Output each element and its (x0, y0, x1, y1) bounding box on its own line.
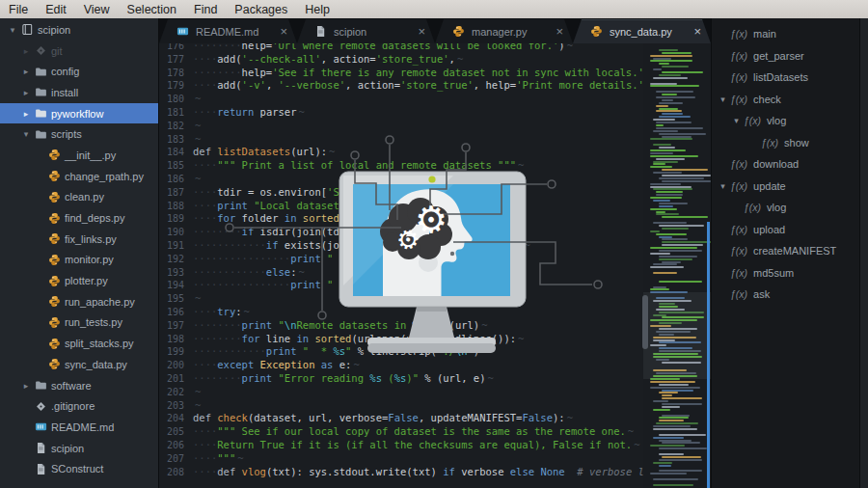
code-line[interactable]: 176········help='Url where remote datase… (159, 43, 643, 53)
outline-item-main[interactable]: ƒ(x)main (712, 23, 868, 45)
tab-readme-md[interactable]: README.md× (159, 19, 297, 43)
tree-item-sync-data-py[interactable]: sync_data.py (0, 354, 158, 375)
tree-item-scipion[interactable]: ▾scipion (0, 19, 158, 41)
chevron-right-icon[interactable]: ▸ (19, 88, 33, 97)
outline-item-md5sum[interactable]: ƒ(x)md5sum (712, 262, 868, 285)
tree-item-config[interactable]: ▸config (0, 61, 158, 82)
tree-item-sconstruct[interactable]: SConstruct (0, 458, 158, 479)
tree-item-scripts[interactable]: ▾scripts (0, 123, 158, 145)
menu-item-edit[interactable]: Edit (37, 3, 75, 16)
tree-item-install[interactable]: ▸install (0, 82, 158, 103)
tree-item-plotter-py[interactable]: plotter.py (0, 270, 158, 291)
outline-item-download[interactable]: ƒ(x)download (712, 153, 868, 176)
code-line[interactable]: 191············if exists(join(tdir, fold… (159, 239, 643, 253)
close-icon[interactable]: × (693, 25, 701, 38)
chevron-down-icon[interactable]: ▾ (729, 116, 744, 125)
code-line[interactable]: 194················print " * %s (not in … (159, 279, 643, 292)
tree-item-find-deps-py[interactable]: find_deps.py (0, 207, 158, 229)
tree-item-git[interactable]: ▸git (0, 41, 158, 62)
tree-item-monitor-py[interactable]: monitor.py (0, 250, 158, 271)
tree-item-run-tests-py[interactable]: run_tests.py (0, 312, 158, 334)
chevron-down-icon[interactable]: ▾ (19, 129, 33, 139)
outline-item-update[interactable]: ▾ƒ(x)update (712, 176, 868, 198)
menu-item-selection[interactable]: Selection (119, 3, 185, 16)
minimap-viewport[interactable] (643, 292, 711, 379)
code-line[interactable]: 184def listDatasets(url):~ (159, 146, 643, 159)
code-line[interactable]: 199············print " * %s" % line.stri… (159, 345, 643, 359)
outline-item-show[interactable]: ƒ(x)show (712, 132, 868, 154)
tab-scipion[interactable]: scipion× (297, 19, 435, 43)
symbols-outline-panel[interactable]: ƒ(x)mainƒ(x)get_parserƒ(x)listDatasets▾ƒ… (711, 18, 868, 488)
tree-item-change-rpath-py[interactable]: change_rpath.py (0, 166, 158, 187)
chevron-down-icon[interactable]: ▾ (6, 25, 19, 35)
menu-item-help[interactable]: Help (296, 3, 339, 16)
code-line[interactable]: 178········help='See if there is any rem… (159, 67, 643, 80)
close-icon[interactable]: × (418, 25, 425, 38)
tab-sync-data-py[interactable]: sync_data.py× (573, 19, 711, 43)
tree-item-fix-links-py[interactable]: fix_links.py (0, 229, 158, 250)
chevron-down-icon[interactable]: ▾ (716, 181, 730, 191)
tree-item--init-py[interactable]: __init__.py (0, 145, 158, 166)
tab-manager-py[interactable]: manager.py× (435, 19, 573, 43)
code-line[interactable]: 207····"""~ (159, 452, 643, 466)
close-icon[interactable]: × (280, 25, 287, 38)
tree-item-scipion[interactable]: scipion (0, 438, 158, 459)
tree-item-split-stacks-py[interactable]: split_stacks.py (0, 333, 158, 354)
code-line[interactable]: 185····""" Print a list of local and rem… (159, 159, 643, 173)
code-line[interactable]: 195~ (159, 292, 643, 306)
code-line[interactable]: 204def check(dataset, url, verbose=False… (159, 412, 643, 425)
outline-item-vlog[interactable]: ▾ƒ(x)vlog (712, 110, 868, 132)
tree-item-run-apache-py[interactable]: run_apache.py (0, 291, 158, 312)
code-line[interactable]: 183~ (159, 133, 643, 147)
code-line[interactable]: 208····def vlog(txt): sys.stdout.write(t… (159, 466, 643, 479)
code-line[interactable]: 202~ (159, 386, 643, 399)
code-line[interactable]: 205····""" See if our local copy of data… (159, 425, 643, 439)
outline-item-get_parser[interactable]: ƒ(x)get_parser (712, 45, 868, 68)
tree-item-pyworkflow[interactable]: ▸pyworkflow (0, 103, 158, 124)
code-line[interactable]: 196····try:~ (159, 306, 643, 319)
code-line[interactable]: 206····Return True if it is (if all the … (159, 439, 643, 452)
outline-item-check[interactable]: ▾ƒ(x)check (712, 89, 868, 111)
code-line[interactable]: 190········if isdir(join(tdir, folder)):… (159, 226, 643, 239)
code-line[interactable]: 177····add('--check-all', action='store_… (159, 53, 643, 67)
chevron-down-icon[interactable]: ▾ (716, 95, 730, 104)
code-line[interactable]: 182~ (159, 120, 643, 133)
code-line[interactable]: 188····print "Local datasets in %s" % td… (159, 200, 643, 213)
tree-item-clean-py[interactable]: clean.py (0, 187, 158, 208)
chevron-right-icon[interactable]: ▸ (19, 67, 33, 76)
code-line[interactable]: 203~ (159, 399, 643, 413)
outline-item-createmanifest[interactable]: ƒ(x)createMANIFEST (712, 240, 868, 262)
tree-item-readme-md[interactable]: README.md (0, 417, 158, 438)
code-line[interactable]: 179····add('-v', '--verbose', action='st… (159, 79, 643, 93)
menu-item-file[interactable]: File (0, 3, 37, 16)
chevron-right-icon[interactable]: ▸ (19, 46, 33, 56)
code-line[interactable]: 198········for line in sorted(urlopen(ur… (159, 333, 643, 346)
code-line[interactable]: 180~ (159, 93, 643, 106)
outline-scrollbar[interactable] (859, 18, 868, 488)
outline-item-ask[interactable]: ƒ(x)ask (712, 284, 868, 306)
code-line[interactable]: 201········print "Error reading %s (%s)"… (159, 372, 643, 386)
code-line[interactable]: 181····return parser~ (159, 106, 643, 120)
code-line[interactable]: 186~ (159, 173, 643, 186)
outline-item-listdatasets[interactable]: ƒ(x)listDatasets (712, 67, 868, 89)
menu-item-find[interactable]: Find (185, 3, 226, 16)
editor-scrollbar[interactable] (642, 295, 648, 349)
menu-item-packages[interactable]: Packages (226, 3, 296, 16)
code-line[interactable]: 200····except Exception as e:~ (159, 359, 643, 372)
code-line[interactable]: 192················print " * %s" % folde… (159, 253, 643, 266)
outline-item-vlog[interactable]: ƒ(x)vlog (712, 197, 868, 219)
code-editor[interactable]: 176········help='Url where remote datase… (159, 43, 643, 488)
menu-item-view[interactable]: View (75, 3, 119, 16)
code-line[interactable]: 189····for folder in sorted(os.listdir(t… (159, 212, 643, 226)
code-line[interactable]: 193············else:~ (159, 266, 643, 280)
outline-item-upload[interactable]: ƒ(x)upload (712, 219, 868, 241)
tree-item--gitignore[interactable]: .gitignore (0, 395, 158, 417)
tree-item-software[interactable]: ▸software (0, 375, 158, 396)
chevron-right-icon[interactable]: ▸ (19, 109, 33, 119)
file-tree-panel[interactable]: ▾scipion▸git▸config▸install▸pyworkflow▾s… (0, 18, 159, 488)
code-line[interactable]: 187····tdir = os.environ['SCIPION_TESTS'… (159, 186, 643, 200)
chevron-right-icon[interactable]: ▸ (19, 381, 33, 391)
code-line[interactable]: 197········print "\nRemote datasets in %… (159, 319, 643, 333)
close-icon[interactable]: × (556, 25, 563, 38)
minimap[interactable] (643, 43, 711, 488)
